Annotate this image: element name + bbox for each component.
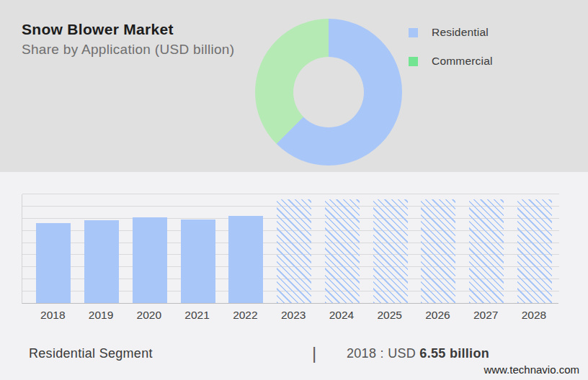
residential-swatch-icon [409,28,418,37]
x-tick-label: 2019 [78,309,124,322]
page-title: Snow Blower Market [22,21,174,38]
value-prefix: 2018 : USD [347,346,419,361]
donut-hole [293,57,364,127]
x-tick-label: 2026 [414,309,460,322]
bar-plot [22,194,558,304]
bar-2019 [84,220,119,303]
legend-label: Residential [432,26,489,39]
segment-label: Residential Segment [29,346,153,361]
legend-label: Commercial [432,55,493,68]
value-bold: 6.55 billion [419,346,489,361]
bar-2028-forecast [517,199,552,303]
donut-chart [255,19,402,166]
bar-2022 [228,216,263,303]
x-tick-label: 2020 [126,309,172,322]
segment-value: 2018 : USD 6.55 billion [347,346,489,361]
x-tick-label: 2023 [270,309,316,322]
page-subtitle: Share by Application (USD billion) [22,42,234,58]
x-tick-label: 2018 [30,309,76,322]
legend-item-residential: Residential [409,27,493,38]
x-axis-labels: 2018201920202021202220232024202520262027… [22,309,558,325]
bar-2023-forecast [277,199,311,303]
x-tick-label: 2022 [222,309,268,322]
bar-2026-forecast [421,199,455,303]
infographic-canvas: Snow Blower Market Share by Application … [0,0,588,380]
legend: Residential Commercial [409,27,493,84]
x-tick-label: 2025 [367,309,413,322]
footer-separator: | [312,343,316,363]
bar-2020 [133,217,167,303]
bar-2024-forecast [325,199,360,303]
bar-2025-forecast [373,199,408,303]
x-tick-label: 2028 [511,309,557,322]
bar-2027-forecast [469,199,504,303]
header-panel: Snow Blower Market Share by Application … [0,0,588,172]
x-tick-label: 2021 [174,309,220,322]
bar-2018 [36,223,71,303]
gridline [22,194,559,194]
x-tick-label: 2024 [318,309,365,322]
x-tick-label: 2027 [463,309,509,322]
bar-2021 [181,220,215,303]
commercial-swatch-icon [409,57,418,66]
website-text: www.technavio.com [484,363,579,376]
legend-item-commercial: Commercial [409,55,493,67]
